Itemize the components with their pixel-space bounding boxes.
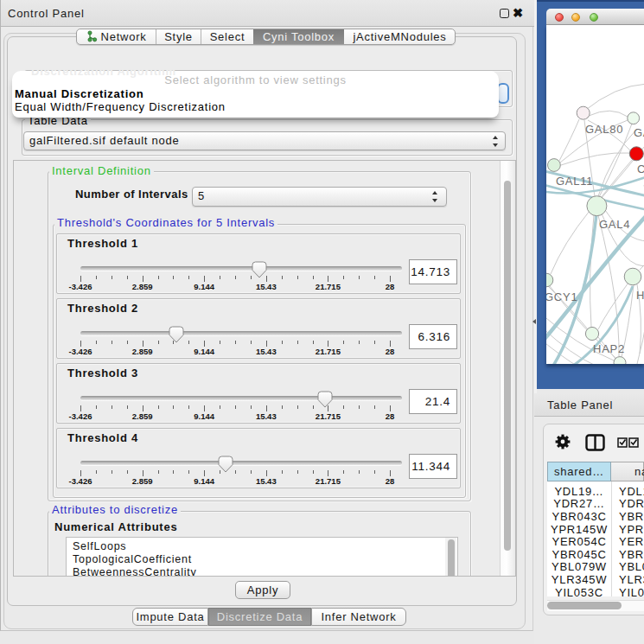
svg-text:H: H [636,289,644,302]
svg-text:C: C [637,163,644,175]
svg-text:GA: GA [634,126,644,139]
svg-text:GAL80: GAL80 [585,123,623,136]
svg-text:GCY1: GCY1 [546,290,577,303]
svg-text:HAP2: HAP2 [593,342,625,355]
svg-text:GAL11: GAL11 [556,175,593,188]
svg-text:GAL4: GAL4 [599,218,630,231]
